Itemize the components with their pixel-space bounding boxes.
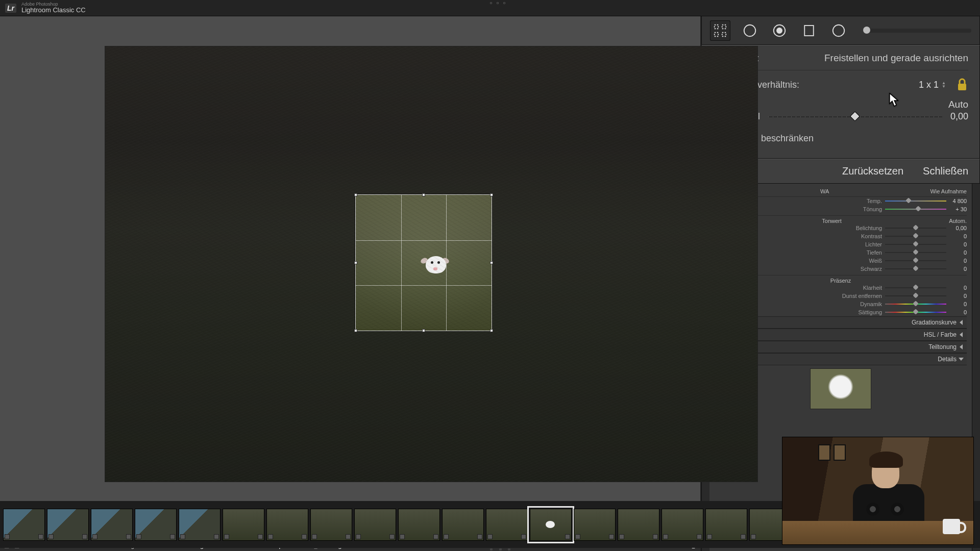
close-button[interactable]: Schließen [923, 165, 968, 177]
crop-handle-n[interactable] [422, 193, 425, 196]
thumb-14[interactable] [574, 509, 616, 541]
titlebar: Lr Adobe Photoshop Lightroom Classic CC [0, 0, 980, 16]
svg-point-8 [833, 24, 845, 36]
slider-value-vibrance[interactable]: 0 [949, 301, 967, 307]
angle-slider[interactable] [768, 116, 942, 117]
slider-label-highlights: Lichter [846, 241, 882, 247]
wb-value[interactable]: Wie Aufnahme [930, 188, 967, 195]
slider-value-dehaze[interactable]: 0 [949, 293, 967, 299]
slider-label-shadows: Tiefen [846, 249, 882, 256]
slider-value-clarity[interactable]: 0 [949, 285, 967, 291]
slider-exposure[interactable] [885, 228, 946, 229]
svg-rect-7 [804, 26, 814, 36]
exposure-mini-slider[interactable] [863, 29, 971, 33]
thumb-16[interactable] [662, 509, 703, 541]
canvas-area: Werkzeugüberlagerung: Immer ▦ ▣ ◂ ▸ Ordn… [0, 16, 700, 551]
crop-handle-se[interactable] [490, 329, 493, 332]
slider-highlights[interactable] [885, 244, 946, 245]
crop-rectangle[interactable] [355, 194, 492, 331]
wb-label: WA [820, 188, 829, 195]
thumb-05[interactable] [179, 509, 220, 541]
slider-label-exposure: Belichtung [846, 225, 882, 231]
slider-vibrance[interactable] [885, 304, 946, 305]
svg-rect-3 [722, 32, 726, 36]
chevron-left-icon [960, 332, 963, 337]
viewport[interactable] [0, 16, 700, 528]
thumb-12[interactable] [486, 509, 528, 541]
slider-tint[interactable] [885, 209, 946, 210]
thumb-08[interactable] [310, 509, 352, 541]
slider-label-temp: Temp. [846, 198, 882, 204]
svg-rect-2 [715, 32, 719, 36]
slider-dehaze[interactable] [885, 295, 946, 296]
chevron-down-icon [959, 358, 964, 361]
thumb-06[interactable] [223, 509, 264, 541]
crop-handle-w[interactable] [354, 261, 357, 264]
slider-value-exposure[interactable]: 0,00 [949, 225, 967, 231]
slider-label-whites: Weiß [846, 258, 882, 264]
gradient-filter-tool[interactable] [799, 20, 819, 41]
thumb-13-selected[interactable] [530, 509, 572, 541]
slider-value-saturation[interactable]: 0 [949, 309, 967, 315]
redeye-tool[interactable] [769, 20, 790, 41]
svg-rect-1 [722, 24, 726, 29]
thumb-03[interactable] [91, 509, 133, 541]
aspect-lock-icon[interactable] [956, 78, 968, 92]
slider-contrast[interactable] [885, 236, 946, 237]
photo-preview[interactable] [105, 46, 758, 482]
thumb-01[interactable] [3, 509, 45, 541]
slider-clarity[interactable] [885, 287, 946, 288]
detail-preview[interactable] [810, 368, 871, 409]
angle-auto-button[interactable]: Auto [948, 99, 968, 110]
crop-handle-sw[interactable] [354, 329, 357, 332]
aspect-value[interactable]: 1 x 1 [919, 80, 939, 90]
toolstrip [701, 16, 980, 45]
slider-label-clarity: Klarheit [846, 285, 882, 291]
mug-icon [943, 519, 960, 534]
chevron-left-icon [960, 344, 963, 349]
thumb-11[interactable] [442, 509, 484, 541]
slider-value-shadows[interactable]: 0 [949, 249, 967, 256]
section-presence: Präsenz [830, 278, 851, 284]
thumb-07[interactable] [266, 509, 308, 541]
filmstrip-grip-icon[interactable] [490, 548, 510, 550]
slider-value-tint[interactable]: + 30 [949, 206, 967, 212]
slider-shadows[interactable] [885, 252, 946, 253]
svg-rect-9 [958, 84, 966, 90]
slider-value-temp[interactable]: 4 800 [949, 198, 967, 204]
svg-rect-0 [715, 24, 719, 29]
slider-blacks[interactable] [885, 268, 946, 269]
radial-filter-tool[interactable] [828, 20, 849, 41]
thumb-02[interactable] [47, 509, 89, 541]
slider-whites[interactable] [885, 260, 946, 261]
slider-label-dehaze: Dunst entfernen [842, 293, 882, 299]
slider-value-contrast[interactable]: 0 [949, 233, 967, 239]
slider-value-blacks[interactable]: 0 [949, 266, 967, 272]
slider-value-highlights[interactable]: 0 [949, 241, 967, 247]
angle-value[interactable]: 0,00 [950, 111, 968, 122]
reset-button[interactable]: Zurücksetzen [842, 165, 903, 177]
slider-saturation[interactable] [885, 312, 946, 313]
crop-handle-e[interactable] [490, 261, 493, 264]
crop-handle-s[interactable] [422, 329, 425, 332]
slider-temp[interactable] [885, 201, 946, 202]
crop-handle-ne[interactable] [490, 193, 493, 196]
tone-auto-button[interactable]: Autom. [949, 218, 967, 224]
thumb-09[interactable] [354, 509, 396, 541]
crop-dim-overlay [105, 46, 757, 482]
svg-point-4 [744, 24, 756, 36]
spot-removal-tool[interactable] [740, 20, 760, 41]
slider-label-saturation: Sättigung [846, 309, 882, 315]
panel-grip-icon[interactable] [490, 2, 505, 4]
thumb-04[interactable] [135, 509, 177, 541]
crop-handle-nw[interactable] [354, 193, 357, 196]
thumb-17[interactable] [705, 509, 747, 541]
thumb-10[interactable] [398, 509, 440, 541]
slider-value-whites[interactable]: 0 [949, 258, 967, 264]
crop-tool[interactable] [710, 20, 730, 41]
slider-label-tint: Tönung [846, 206, 882, 212]
slider-label-blacks: Schwarz [846, 266, 882, 272]
app-title: Lightroom Classic CC [21, 7, 86, 14]
thumb-15[interactable] [618, 509, 659, 541]
aspect-stepper-icon[interactable]: ▲▼ [942, 81, 946, 88]
